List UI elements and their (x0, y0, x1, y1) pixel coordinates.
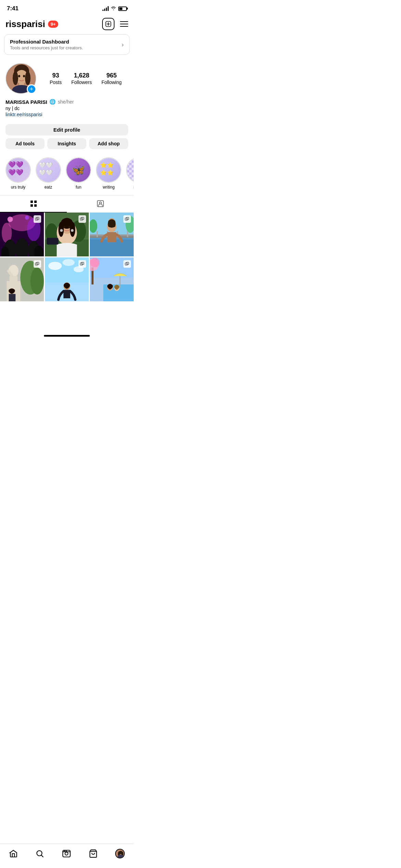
svg-point-5 (25, 71, 31, 85)
add-story-button[interactable]: + (27, 84, 36, 94)
pro-dashboard-text: Professional Dashboard Tools and resourc… (10, 39, 83, 50)
grid-item-5[interactable] (45, 257, 89, 301)
add-shop-button[interactable]: Add shop (89, 138, 128, 149)
grid-item-3[interactable] (90, 213, 134, 256)
secondary-buttons: Ad tools Insights Add shop (5, 138, 128, 149)
grid-item-6[interactable] (90, 257, 134, 301)
multi-post-badge-3 (123, 215, 131, 223)
followers-stat[interactable]: 1,628 Followers (71, 72, 92, 85)
carousel-icon-4 (34, 260, 41, 268)
svg-rect-90 (120, 276, 121, 288)
svg-rect-70 (9, 294, 16, 301)
tab-grid[interactable] (0, 195, 67, 213)
svg-rect-12 (31, 204, 33, 207)
highlight-circle-5 (126, 157, 134, 183)
status-bar: 7:41 (0, 0, 134, 15)
highlight-label-5: miami (133, 185, 134, 190)
highlight-label-4: writing (103, 185, 115, 190)
action-buttons: Edit profile Ad tools Insights Add shop (0, 120, 134, 153)
following-stat[interactable]: 965 Following (101, 72, 122, 85)
insights-button[interactable]: Insights (47, 138, 86, 149)
grid-item-1[interactable] (0, 213, 44, 256)
carousel-icon-5 (78, 260, 86, 268)
posts-label: Posts (50, 80, 62, 85)
chevron-right-icon: › (122, 41, 124, 48)
svg-rect-10 (31, 201, 33, 203)
profile-section: + 93 Posts 1,628 Followers 965 Following… (0, 59, 134, 120)
content-tabs (0, 195, 134, 213)
svg-point-4 (13, 71, 18, 85)
svg-point-39 (60, 229, 63, 232)
edit-profile-button[interactable]: Edit profile (5, 124, 128, 135)
bio-link[interactable]: linktr.ee/rissparisi (5, 112, 128, 117)
ad-tools-button[interactable]: Ad tools (5, 138, 45, 149)
svg-rect-51 (97, 231, 98, 237)
multi-post-badge-1 (34, 215, 41, 223)
highlight-circle-1 (5, 157, 31, 183)
battery-icon (118, 7, 127, 11)
bio-name: MARISSA PARISI 🌐 she/her (5, 99, 128, 105)
header-icons (102, 18, 128, 30)
pro-dashboard-title: Professional Dashboard (10, 39, 83, 45)
signal-icon (102, 6, 109, 11)
profile-top: + 93 Posts 1,628 Followers 965 Following (5, 63, 128, 94)
highlight-writing[interactable]: writing (96, 157, 121, 190)
status-icons (102, 6, 127, 11)
home-indicator (44, 335, 90, 337)
posts-count: 93 (50, 72, 62, 79)
svg-point-78 (62, 259, 74, 266)
svg-point-40 (71, 229, 74, 232)
username-label: rissparisi (5, 19, 45, 29)
highlight-fun[interactable]: fun (66, 157, 91, 190)
svg-point-20 (8, 217, 13, 222)
multi-post-badge-5 (78, 260, 86, 268)
highlight-miami[interactable]: miami (126, 157, 134, 190)
bio-section: MARISSA PARISI 🌐 she/her ny | dc linktr.… (5, 99, 128, 117)
svg-point-9 (23, 75, 25, 77)
wifi-icon (111, 6, 116, 11)
svg-rect-54 (127, 231, 128, 237)
svg-point-41 (64, 226, 65, 228)
highlights-row: urs truly eatz fun writing miami (0, 153, 134, 192)
highlight-urs-truly[interactable]: urs truly (5, 157, 31, 190)
highlight-label-1: urs truly (11, 185, 26, 190)
tab-tagged[interactable] (67, 195, 134, 213)
multi-post-badge-4 (34, 260, 41, 268)
followers-label: Followers (71, 80, 92, 85)
highlight-label-2: eatz (45, 185, 52, 190)
pronouns: she/her (58, 99, 74, 105)
carousel-icon-6 (123, 260, 131, 268)
avatar-wrapper[interactable]: + (5, 63, 36, 94)
carousel-icon-1 (34, 215, 41, 223)
username-area: rissparisi 9+ (5, 19, 58, 29)
highlight-label-3: fun (76, 185, 82, 190)
highlight-circle-2 (36, 157, 61, 183)
following-count: 965 (101, 72, 122, 79)
photo-grid (0, 213, 134, 301)
add-post-button[interactable] (102, 18, 114, 30)
tagged-icon (96, 200, 105, 208)
posts-stat[interactable]: 93 Posts (50, 72, 62, 85)
grid-item-2[interactable] (45, 213, 89, 256)
notification-badge[interactable]: 9+ (48, 21, 59, 28)
highlight-circle-3 (66, 157, 91, 183)
carousel-icon-2 (78, 215, 86, 223)
svg-point-42 (68, 226, 70, 228)
highlight-circle-4 (96, 157, 121, 183)
grid-icon (29, 200, 38, 208)
carousel-icon-3 (123, 215, 131, 223)
menu-button[interactable] (120, 21, 128, 27)
svg-rect-43 (47, 238, 58, 245)
following-label: Following (101, 80, 122, 85)
multi-post-badge-2 (78, 215, 86, 223)
grid-item-4[interactable] (0, 257, 44, 301)
highlight-eatz[interactable]: eatz (36, 157, 61, 190)
svg-point-8 (18, 75, 20, 77)
multi-post-badge-6 (123, 260, 131, 268)
svg-point-76 (48, 262, 62, 270)
pro-dashboard-banner[interactable]: Professional Dashboard Tools and resourc… (4, 34, 130, 55)
svg-rect-13 (34, 204, 37, 207)
svg-rect-11 (34, 201, 37, 203)
status-time: 7:41 (7, 5, 19, 12)
header: rissparisi 9+ (0, 15, 134, 34)
